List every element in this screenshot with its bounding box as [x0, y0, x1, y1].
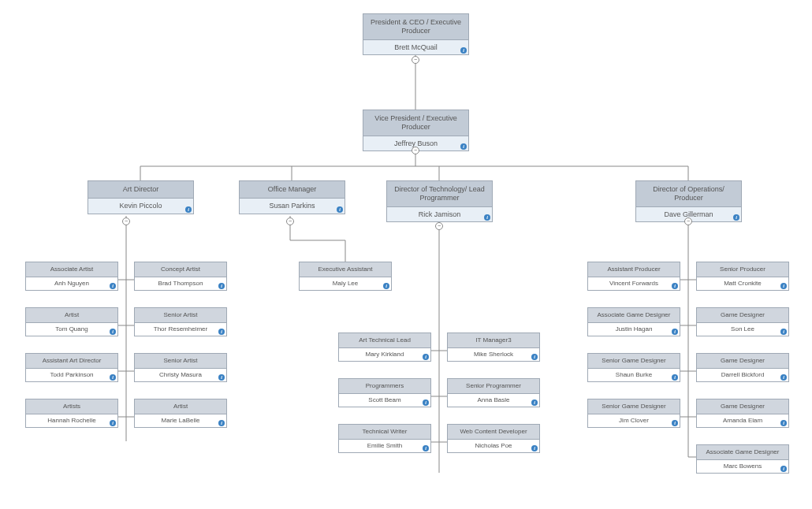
org-node[interactable]: Senior Producer Matt Cronkitei — [696, 262, 789, 291]
info-icon[interactable]: i — [110, 420, 116, 426]
info-icon[interactable]: i — [218, 329, 225, 335]
node-title: Senior Programmer — [448, 379, 539, 394]
node-name: Kevin Piccolo i — [88, 199, 193, 214]
info-icon[interactable]: i — [780, 374, 787, 381]
collapse-toggle[interactable]: − — [684, 217, 692, 225]
info-icon[interactable]: i — [110, 329, 116, 335]
org-node[interactable]: Game Designer Darrell Bickfordi — [696, 353, 789, 382]
org-node[interactable]: Associate Artist Anh Nguyeni — [25, 262, 118, 291]
node-name: Anh Nguyeni — [26, 277, 117, 290]
info-icon[interactable]: i — [423, 445, 429, 451]
node-title: Director of Technology/ Lead Programmer — [387, 181, 492, 207]
node-name: Marc Bowensi — [697, 460, 788, 473]
info-icon[interactable]: i — [460, 143, 467, 150]
org-node-art-director[interactable]: Art Director Kevin Piccolo i — [88, 180, 194, 214]
org-node[interactable]: Game Designer Amanda Elami — [696, 399, 789, 428]
info-icon[interactable]: i — [780, 329, 787, 335]
info-icon[interactable]: i — [531, 354, 538, 360]
org-node[interactable]: Artists Hannah Rochellei — [25, 399, 118, 428]
node-title: Senior Game Designer — [588, 354, 680, 369]
org-node[interactable]: IT Manager3 Mike Sherlocki — [447, 333, 540, 362]
info-icon[interactable]: i — [672, 283, 678, 289]
org-node[interactable]: Associate Game Designer Marc Bowensi — [696, 444, 789, 474]
org-node[interactable]: Senior Artist Thor Resemheimeri — [134, 307, 227, 336]
node-name: Hannah Rochellei — [26, 414, 117, 427]
node-title: Artist — [135, 399, 226, 414]
info-icon[interactable]: i — [484, 214, 490, 221]
org-node[interactable]: Assistant Art Director Todd Parkinsoni — [25, 353, 118, 382]
org-node[interactable]: Artist Marie LaBellei — [134, 399, 227, 428]
org-node-dir-ops[interactable]: Director of Operations/ Producer Dave Gi… — [635, 180, 742, 222]
node-title: Associate Artist — [26, 262, 117, 277]
node-name: Susan Parkins i — [240, 199, 345, 214]
info-icon[interactable]: i — [780, 466, 787, 472]
node-title: Art Technical Lead — [339, 333, 430, 348]
info-icon[interactable]: i — [531, 445, 538, 451]
org-node-ceo[interactable]: President & CEO / Executive Producer Bre… — [363, 13, 469, 55]
collapse-toggle[interactable]: − — [412, 147, 419, 154]
node-title: Vice President / Executive Producer — [363, 110, 468, 136]
org-node[interactable]: Associate Game Designer Justin Hagani — [587, 307, 680, 336]
info-icon[interactable]: i — [383, 283, 389, 289]
org-node[interactable]: Art Technical Lead Mary Kirklandi — [338, 333, 431, 362]
collapse-toggle[interactable]: − — [435, 222, 443, 230]
org-node[interactable]: Technical Writer Emilie Smithi — [338, 424, 431, 453]
node-title: Senior Artist — [135, 308, 226, 323]
node-name: Matt Cronkitei — [697, 277, 788, 290]
info-icon[interactable]: i — [337, 206, 343, 213]
info-icon[interactable]: i — [780, 283, 787, 289]
org-node[interactable]: Assistant Producer Vincent Forwardsi — [587, 262, 680, 291]
info-icon[interactable]: i — [460, 47, 467, 54]
collapse-toggle[interactable]: − — [412, 56, 419, 64]
node-name: Todd Parkinsoni — [26, 369, 117, 381]
node-title: Game Designer — [697, 399, 788, 414]
node-title: Art Director — [88, 181, 193, 199]
node-title: Executive Assistant — [300, 262, 391, 277]
info-icon[interactable]: i — [672, 329, 678, 335]
info-icon[interactable]: i — [218, 420, 225, 426]
node-title: Assistant Art Director — [26, 354, 117, 369]
node-name: Christy Masurai — [135, 369, 226, 381]
info-icon[interactable]: i — [218, 374, 225, 381]
info-icon[interactable]: i — [672, 420, 678, 426]
node-title: Programmers — [339, 379, 430, 394]
org-node[interactable]: Senior Game Designer Jim Cloveri — [587, 399, 680, 428]
node-title: Web Content Developer — [448, 425, 539, 440]
org-node[interactable]: Senior Artist Christy Masurai — [134, 353, 227, 382]
info-icon[interactable]: i — [185, 206, 192, 213]
org-node[interactable]: Artist Tom Quangi — [25, 307, 118, 336]
org-node[interactable]: Game Designer Son Leei — [696, 307, 789, 336]
org-node[interactable]: Programmers Scott Beami — [338, 378, 431, 407]
info-icon[interactable]: i — [218, 283, 225, 289]
collapse-toggle[interactable]: − — [286, 217, 294, 225]
info-icon[interactable]: i — [423, 399, 429, 406]
node-name: Mary Kirklandi — [339, 348, 430, 361]
info-icon[interactable]: i — [733, 214, 739, 221]
node-name: Nicholas Poei — [448, 440, 539, 452]
info-icon[interactable]: i — [672, 374, 678, 381]
info-icon[interactable]: i — [110, 374, 116, 381]
org-node[interactable]: Web Content Developer Nicholas Poei — [447, 424, 540, 453]
node-title: Associate Game Designer — [588, 308, 680, 323]
node-title: IT Manager3 — [448, 333, 539, 348]
collapse-toggle[interactable]: − — [122, 217, 130, 225]
node-name: Tom Quangi — [26, 323, 117, 336]
org-node-vp[interactable]: Vice President / Executive Producer Jeff… — [363, 110, 469, 151]
node-title: Senior Artist — [135, 354, 226, 369]
org-node[interactable]: Senior Programmer Anna Baslei — [447, 378, 540, 407]
info-icon[interactable]: i — [110, 283, 116, 289]
info-icon[interactable]: i — [531, 399, 538, 406]
node-name: Mike Sherlocki — [448, 348, 539, 361]
node-name: Amanda Elami — [697, 414, 788, 427]
info-icon[interactable]: i — [423, 354, 429, 360]
info-icon[interactable]: i — [780, 420, 787, 426]
org-node-office-manager[interactable]: Office Manager Susan Parkins i — [239, 180, 345, 214]
node-name: Shaun Burkei — [588, 369, 680, 381]
node-title: Technical Writer — [339, 425, 430, 440]
org-node-dir-tech[interactable]: Director of Technology/ Lead Programmer … — [386, 180, 493, 222]
node-title: Senior Game Designer — [588, 399, 680, 414]
node-title: Concept Artist — [135, 262, 226, 277]
org-node[interactable]: Executive Assistant Maly Leei — [299, 262, 392, 291]
org-node[interactable]: Senior Game Designer Shaun Burkei — [587, 353, 680, 382]
org-node[interactable]: Concept Artist Brad Thompsoni — [134, 262, 227, 291]
